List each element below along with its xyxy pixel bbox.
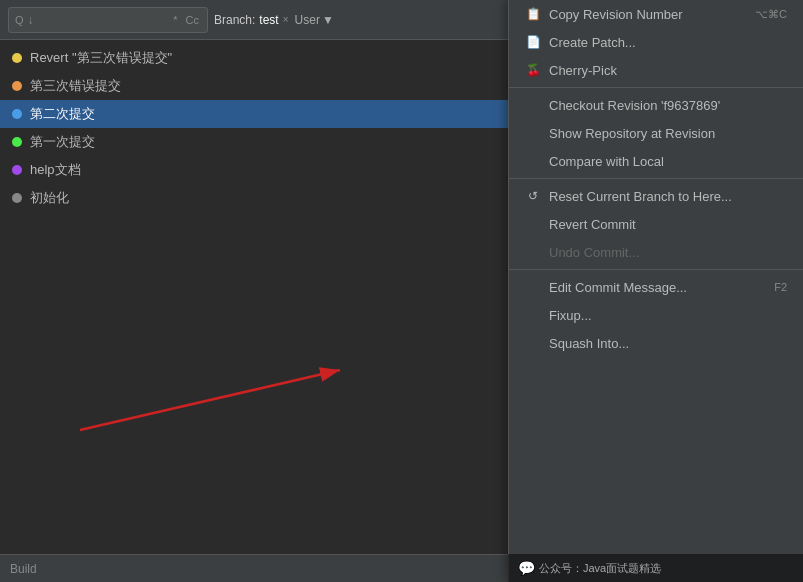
menu-item-left: Compare with Local (525, 153, 664, 169)
search-cc[interactable]: Cc (184, 14, 201, 26)
menu-icon-copy-revision: 📋 (525, 6, 541, 22)
watermark-text: 公众号：Java面试题精选 (539, 561, 661, 576)
menu-shortcut-copy-revision: ⌥⌘C (755, 8, 787, 21)
menu-icon-spacer (525, 216, 541, 232)
commit-text: 第二次提交 (30, 105, 95, 123)
commit-dot (12, 165, 22, 175)
commit-dot (12, 109, 22, 119)
search-placeholder: ↓ (28, 13, 168, 27)
user-arrow: ▼ (322, 13, 334, 27)
bottom-bar: Build (0, 554, 510, 582)
menu-item-left: Undo Commit... (525, 244, 639, 260)
menu-divider (509, 269, 803, 270)
menu-shortcut-edit-message: F2 (774, 281, 787, 293)
user-label: User (295, 13, 320, 27)
menu-label-create-patch: Create Patch... (549, 35, 636, 50)
menu-divider (509, 178, 803, 179)
branch-label: Branch: (214, 13, 255, 27)
menu-item-create-patch[interactable]: 📄Create Patch... (509, 28, 803, 56)
menu-label-undo-commit: Undo Commit... (549, 245, 639, 260)
menu-item-left: Fixup... (525, 307, 592, 323)
menu-icon-spacer (525, 125, 541, 141)
menu-icon-spacer (525, 279, 541, 295)
branch-close[interactable]: × (283, 14, 289, 25)
commit-text: help文档 (30, 161, 81, 179)
branch-name: test (259, 13, 278, 27)
menu-item-fixup[interactable]: Fixup... (509, 301, 803, 329)
menu-item-left: Checkout Revision 'f9637869' (525, 97, 720, 113)
menu-label-edit-message: Edit Commit Message... (549, 280, 687, 295)
commit-item[interactable]: 第一次提交 (0, 128, 510, 156)
commit-dot (12, 137, 22, 147)
build-label: Build (10, 562, 37, 576)
watermark: 💬 公众号：Java面试题精选 (508, 554, 803, 582)
menu-icon-reset-branch: ↺ (525, 188, 541, 204)
menu-label-compare-local: Compare with Local (549, 154, 664, 169)
menu-icon-spacer (525, 153, 541, 169)
menu-label-copy-revision: Copy Revision Number (549, 7, 683, 22)
commit-dot (12, 53, 22, 63)
menu-item-left: Show Repository at Revision (525, 125, 715, 141)
menu-item-left: Squash Into... (525, 335, 629, 351)
left-panel: Q ↓ * Cc Branch: test × User ▼ Revert "第… (0, 0, 510, 582)
menu-item-left: 📄Create Patch... (525, 34, 636, 50)
menu-label-checkout-revision: Checkout Revision 'f9637869' (549, 98, 720, 113)
menu-icon-spacer (525, 335, 541, 351)
menu-label-show-repository: Show Repository at Revision (549, 126, 715, 141)
menu-item-checkout-revision[interactable]: Checkout Revision 'f9637869' (509, 91, 803, 119)
menu-item-reset-branch[interactable]: ↺Reset Current Branch to Here... (509, 182, 803, 210)
commit-item[interactable]: 第二次提交 (0, 100, 510, 128)
menu-item-left: 🍒Cherry-Pick (525, 62, 617, 78)
context-menu: 📋Copy Revision Number⌥⌘C📄Create Patch...… (508, 0, 803, 582)
branch-info: Branch: test × (214, 13, 289, 27)
commit-text: 初始化 (30, 189, 69, 207)
search-options: * Cc (171, 14, 201, 26)
menu-item-squash[interactable]: Squash Into... (509, 329, 803, 357)
menu-icon-spacer (525, 97, 541, 113)
menu-label-fixup: Fixup... (549, 308, 592, 323)
toolbar: Q ↓ * Cc Branch: test × User ▼ (0, 0, 510, 40)
menu-icon-spacer (525, 307, 541, 323)
search-star[interactable]: * (171, 14, 179, 26)
search-box[interactable]: Q ↓ * Cc (8, 7, 208, 33)
menu-item-left: 📋Copy Revision Number (525, 6, 683, 22)
menu-icon-create-patch: 📄 (525, 34, 541, 50)
commit-text: 第一次提交 (30, 133, 95, 151)
commit-text: Revert "第三次错误提交" (30, 49, 172, 67)
menu-item-undo-commit: Undo Commit... (509, 238, 803, 266)
search-icon: Q (15, 14, 24, 26)
watermark-icon: 💬 (518, 560, 535, 576)
menu-label-squash: Squash Into... (549, 336, 629, 351)
menu-item-left: Revert Commit (525, 216, 636, 232)
menu-label-reset-branch: Reset Current Branch to Here... (549, 189, 732, 204)
menu-item-left: ↺Reset Current Branch to Here... (525, 188, 732, 204)
menu-item-revert-commit[interactable]: Revert Commit (509, 210, 803, 238)
menu-divider (509, 87, 803, 88)
commit-item[interactable]: 第三次错误提交 (0, 72, 510, 100)
menu-icon-cherry-pick: 🍒 (525, 62, 541, 78)
menu-item-copy-revision[interactable]: 📋Copy Revision Number⌥⌘C (509, 0, 803, 28)
menu-item-show-repository[interactable]: Show Repository at Revision (509, 119, 803, 147)
menu-item-compare-local[interactable]: Compare with Local (509, 147, 803, 175)
menu-icon-spacer (525, 244, 541, 260)
commit-text: 第三次错误提交 (30, 77, 121, 95)
menu-label-cherry-pick: Cherry-Pick (549, 63, 617, 78)
user-dropdown[interactable]: User ▼ (295, 13, 334, 27)
commit-dot (12, 193, 22, 203)
commit-item[interactable]: Revert "第三次错误提交" (0, 44, 510, 72)
menu-item-edit-message[interactable]: Edit Commit Message...F2 (509, 273, 803, 301)
commit-list: Revert "第三次错误提交"第三次错误提交第二次提交第一次提交help文档初… (0, 40, 510, 216)
commit-item[interactable]: 初始化 (0, 184, 510, 212)
svg-line-1 (80, 370, 340, 430)
menu-label-revert-commit: Revert Commit (549, 217, 636, 232)
commit-item[interactable]: help文档 (0, 156, 510, 184)
menu-item-left: Edit Commit Message... (525, 279, 687, 295)
commit-dot (12, 81, 22, 91)
menu-item-cherry-pick[interactable]: 🍒Cherry-Pick (509, 56, 803, 84)
